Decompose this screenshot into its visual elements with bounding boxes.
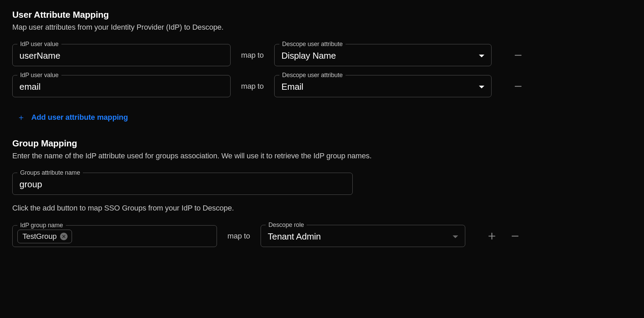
idp-value-label: IdP user value	[17, 72, 61, 79]
chevron-down-icon	[453, 235, 458, 238]
group-mapping-desc: Enter the name of the IdP attribute used…	[12, 151, 632, 160]
idp-value-field[interactable]: IdP user value	[12, 44, 231, 66]
descope-attr-select[interactable]: Display Name	[281, 50, 484, 61]
chevron-down-icon	[479, 86, 484, 88]
chip-remove-button[interactable]	[60, 233, 68, 240]
idp-value-input[interactable]	[19, 50, 223, 61]
idp-value-label: IdP user value	[17, 41, 61, 48]
add-user-mapping-button[interactable]: ＋ Add user attribute mapping	[12, 113, 128, 122]
remove-row-button[interactable]	[511, 48, 526, 63]
remove-row-button[interactable]	[508, 229, 523, 244]
map-to-label: map to	[239, 51, 266, 60]
groups-attr-label: Groups attribute name	[17, 169, 83, 176]
group-mapping-title: Group Mapping	[12, 138, 632, 149]
groups-attr-row: Groups attribute name	[12, 173, 632, 195]
chevron-down-icon	[479, 55, 484, 57]
descope-attr-field[interactable]: Descope user attribute Email	[274, 75, 492, 97]
group-chip-text: TestGroup	[23, 232, 57, 241]
descope-attr-label: Descope user attribute	[279, 41, 346, 48]
plus-icon	[487, 232, 496, 241]
descope-attr-value: Display Name	[281, 50, 336, 61]
add-row-button[interactable]	[484, 229, 499, 244]
descope-attr-value: Email	[281, 82, 303, 92]
descope-role-field[interactable]: Descope role Tenant Admin	[261, 225, 465, 247]
descope-attr-label: Descope user attribute	[279, 72, 346, 79]
descope-attr-field[interactable]: Descope user attribute Display Name	[274, 44, 492, 66]
user-mapping-desc: Map user attributes from your Identity P…	[12, 23, 632, 32]
user-mapping-row: IdP user value map to Descope user attri…	[12, 44, 632, 66]
group-mapping-desc2: Click the add button to map SSO Groups f…	[12, 204, 632, 213]
user-mapping-row: IdP user value map to Descope user attri…	[12, 75, 632, 97]
user-mapping-title: User Attribute Mapping	[12, 10, 632, 20]
close-icon	[62, 234, 66, 238]
descope-role-select[interactable]: Tenant Admin	[268, 231, 458, 242]
minus-icon	[511, 232, 519, 241]
groups-attr-input[interactable]	[19, 179, 346, 190]
remove-row-button[interactable]	[511, 79, 526, 94]
descope-role-label: Descope role	[266, 221, 307, 229]
idp-group-label: IdP group name	[17, 222, 66, 229]
groups-attr-field[interactable]: Groups attribute name	[12, 173, 353, 195]
group-mapping-row: IdP group name TestGroup map to Descope …	[12, 225, 632, 247]
descope-role-value: Tenant Admin	[268, 231, 321, 242]
idp-value-input[interactable]	[19, 82, 223, 92]
map-to-label: map to	[225, 232, 252, 241]
add-user-mapping-label: Add user attribute mapping	[31, 113, 128, 122]
plus-icon: ＋	[17, 113, 25, 121]
group-chip: TestGroup	[17, 230, 72, 243]
idp-group-field[interactable]: IdP group name TestGroup	[12, 225, 217, 247]
descope-attr-select[interactable]: Email	[281, 82, 484, 92]
minus-icon	[514, 82, 523, 91]
map-to-label: map to	[239, 82, 266, 91]
idp-value-field[interactable]: IdP user value	[12, 75, 231, 97]
minus-icon	[514, 51, 523, 60]
